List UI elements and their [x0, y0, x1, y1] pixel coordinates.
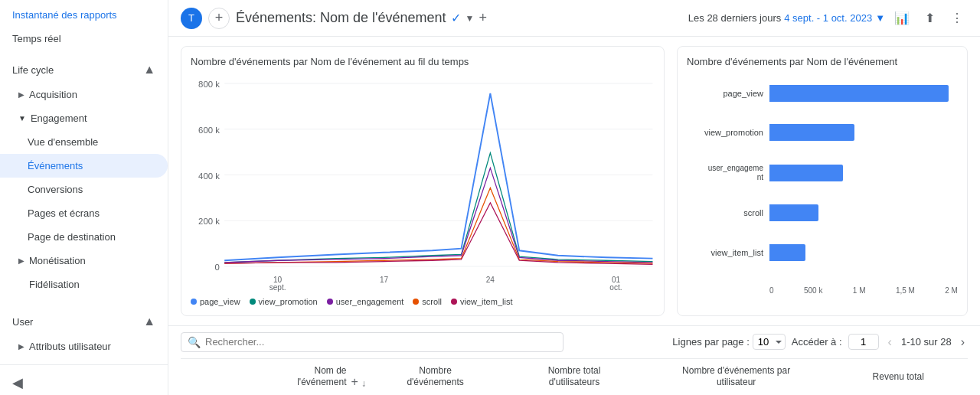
sidebar-item-engagement[interactable]: ▼ Engagement [0, 106, 168, 130]
th-event-count[interactable]: Nombred'événements [366, 365, 505, 389]
bar-fill-view-item-list [769, 244, 805, 261]
sidebar-user-header[interactable]: User ▲ [0, 308, 168, 335]
bar-row-view-item-list: view_item_list [687, 244, 958, 261]
date-range-selector[interactable]: Les 28 derniers jours 4 sept. - 1 oct. 2… [688, 12, 885, 24]
share-button[interactable]: ⬆ [919, 8, 940, 29]
svg-text:200 k: 200 k [198, 217, 220, 226]
th-per-user-label: Nombre d'événements parutilisateur [682, 365, 790, 389]
dropdown-icon[interactable]: ▼ [466, 13, 475, 24]
th-event-count-label: Nombred'événements [407, 365, 463, 389]
bar-track-page-view [769, 85, 958, 102]
legend-view-item-list[interactable]: view_item_list [451, 297, 512, 306]
bar-chart-panel: Nombre d'événements par Nom de l'événeme… [677, 46, 968, 316]
bar-row-page-view: page_view [687, 85, 958, 102]
more-options-button[interactable]: ⋮ [946, 8, 968, 29]
legend-label-user-engagement: user_engagement [336, 297, 404, 306]
bar-label-user-engagement: user_engagement [687, 164, 763, 182]
sidebar-instantane[interactable]: Instantané des rapports [0, 0, 168, 27]
sidebar-collapse[interactable]: ◀ [0, 364, 168, 395]
chevron-down-icon: ▼ [18, 114, 26, 122]
bar-track-scroll [769, 204, 958, 221]
rows-per-page: Lignes par page : 10 25 50 [672, 334, 785, 350]
page-title-text: Événements: Nom de l'événement [236, 10, 446, 26]
sidebar-user-section: User ▲ ▶ Attributs utilisateur [0, 302, 168, 364]
th-revenue[interactable]: Revenu total [829, 365, 968, 389]
sidebar-engagement-label: Engagement [31, 113, 87, 124]
pagination-text: 1-10 sur 28 [901, 336, 952, 348]
date-prefix: Les 28 derniers jours [688, 12, 781, 24]
legend-user-engagement[interactable]: user_engagement [327, 297, 404, 306]
sidebar-item-attributs[interactable]: ▶ Attributs utilisateur [0, 335, 168, 358]
bar-fill-scroll [769, 204, 818, 221]
sidebar-acquisition-label: Acquisition [29, 89, 77, 100]
chart-type-button[interactable]: 📊 [891, 8, 913, 29]
legend-scroll[interactable]: scroll [413, 297, 442, 306]
chevron-up-icon: ▲ [143, 63, 155, 77]
sidebar-item-pages-ecrans[interactable]: Pages et écrans [0, 201, 168, 225]
x-label-0: 0 [769, 286, 774, 295]
bar-chart-title: Nombre d'événements par Nom de l'événeme… [687, 56, 958, 67]
table-area: 🔍 Lignes par page : 10 25 50 Accéder à :… [168, 325, 980, 395]
th-event-name[interactable]: Nom del'événement + ↓ [181, 365, 366, 389]
add-report-button[interactable]: + [208, 8, 230, 29]
svg-text:600 k: 600 k [198, 126, 220, 135]
table-headers: Nom del'événement + ↓ Nombred'événements… [181, 358, 968, 395]
sidebar-item-monetisation[interactable]: ▶ Monétisation [0, 249, 168, 273]
rows-per-page-select[interactable]: 10 25 50 [753, 334, 786, 350]
line-chart-title: Nombre d'événements par Nom de l'événeme… [191, 56, 655, 67]
sidebar-item-conversions[interactable]: Conversions [0, 178, 168, 201]
bar-track-view-promotion [769, 124, 958, 141]
search-box[interactable]: 🔍 [181, 332, 564, 352]
th-total-users[interactable]: Nombre totald'utilisateurs [505, 365, 643, 389]
th-per-user[interactable]: Nombre d'événements parutilisateur [644, 365, 829, 389]
x-label-1m: 1 M [853, 286, 866, 295]
bar-row-scroll: scroll [687, 204, 958, 221]
check-icon: ✓ [451, 11, 461, 25]
table-controls: 🔍 Lignes par page : 10 25 50 Accéder à :… [181, 326, 968, 358]
go-to-label: Accéder à : [792, 336, 842, 348]
th-total-users-label: Nombre totald'utilisateurs [548, 365, 601, 389]
legend-dot-user-engagement [327, 299, 333, 305]
sidebar-item-page-destination[interactable]: Page de destination [0, 225, 168, 249]
sidebar: Instantané des rapports Temps réel Life … [0, 0, 168, 395]
sidebar-monetisation-label: Monétisation [29, 255, 86, 266]
legend-view-promotion[interactable]: view_promotion [250, 297, 318, 306]
collapse-icon: ◀ [12, 374, 23, 391]
avatar[interactable]: T [181, 8, 202, 29]
sidebar-item-acquisition[interactable]: ▶ Acquisition [0, 83, 168, 106]
svg-text:24: 24 [486, 276, 495, 284]
svg-text:oct.: oct. [609, 283, 622, 292]
bar-row-user-engagement: user_engagement [687, 164, 958, 182]
sidebar-lifecycle-section: Life cycle ▲ ▶ Acquisition ▼ Engagement … [0, 51, 168, 302]
bar-x-axis: 0 500 k 1 M 1,5 M 2 M [769, 286, 958, 295]
bar-label-view-promotion: view_promotion [687, 128, 763, 137]
pagination-controls: Lignes par page : 10 25 50 Accéder à : ‹… [672, 334, 968, 351]
page-input[interactable] [848, 334, 879, 350]
sidebar-item-fidelisation[interactable]: Fidélisation [0, 273, 168, 296]
chevron-right-icon-mon: ▶ [18, 256, 24, 265]
main-content: T + Événements: Nom de l'événement ✓ ▼ +… [168, 0, 980, 395]
sidebar-item-evenements[interactable]: Événements [0, 154, 168, 178]
add-comparison-button[interactable]: + [479, 10, 487, 26]
next-page-button[interactable]: › [958, 334, 968, 351]
th-event-name-label: Nom del'événement [297, 365, 346, 389]
svg-text:800 k: 800 k [198, 80, 220, 89]
search-input[interactable] [205, 336, 557, 348]
prev-page-button[interactable]: ‹ [885, 334, 895, 351]
legend-page-view[interactable]: page_view [191, 297, 240, 306]
sidebar-lifecycle-header[interactable]: Life cycle ▲ [0, 57, 168, 83]
legend-label-page-view: page_view [200, 297, 240, 306]
line-chart-panel: Nombre d'événements par Nom de l'événeme… [181, 46, 665, 316]
th-revenue-label: Revenu total [873, 371, 924, 382]
bar-row-view-promotion: view_promotion [687, 124, 958, 141]
chevron-up-icon-user: ▲ [143, 315, 155, 328]
sidebar-item-vue-ensemble[interactable]: Vue d'ensemble [0, 130, 168, 154]
sidebar-temps-reel[interactable]: Temps réel [0, 27, 168, 51]
chart-legend: page_view view_promotion user_engagement… [191, 297, 655, 306]
bar-label-view-item-list: view_item_list [687, 248, 763, 257]
svg-text:17: 17 [380, 276, 389, 284]
search-icon: 🔍 [188, 336, 201, 348]
svg-text:0: 0 [215, 263, 220, 272]
add-column-button[interactable]: + [351, 375, 358, 389]
sidebar-attributs-label: Attributs utilisateur [29, 341, 111, 352]
